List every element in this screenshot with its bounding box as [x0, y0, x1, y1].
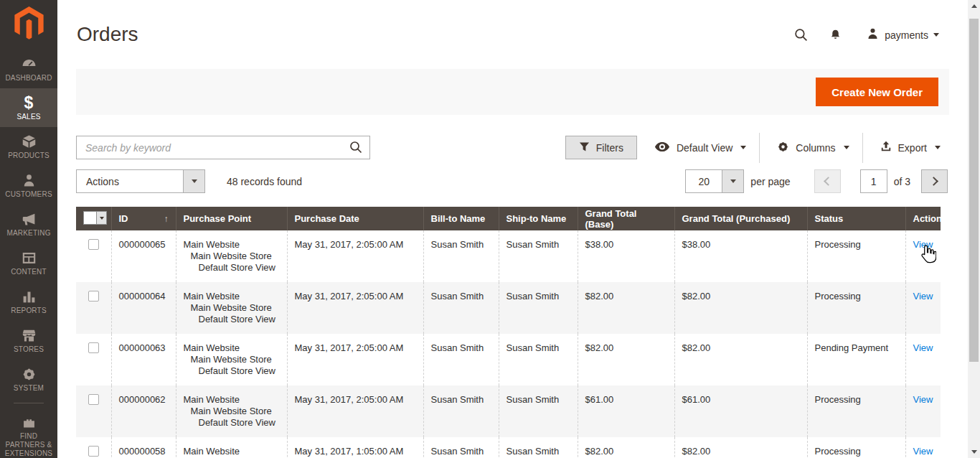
- column-header-purchase-point[interactable]: Purchase Point: [176, 207, 287, 230]
- row-checkbox[interactable]: [88, 291, 99, 302]
- search-input[interactable]: [76, 136, 370, 159]
- chevron-down-icon: [740, 146, 746, 149]
- filters-button[interactable]: Filters: [565, 136, 637, 159]
- previous-page-button[interactable]: [814, 169, 841, 193]
- column-header-id[interactable]: ID↑: [111, 207, 176, 230]
- column-header-ship-to[interactable]: Ship-to Name: [499, 207, 578, 230]
- order-row: 000000064 Main Website Main Website Stor…: [76, 282, 941, 334]
- scroll-down-button[interactable]: [968, 446, 980, 458]
- cell-purchase-point: Main Website Main Website Store Default …: [176, 334, 287, 385]
- global-search-icon[interactable]: [793, 27, 809, 42]
- cell-status: Processing: [807, 437, 905, 458]
- cell-grand-total-base: $82.00: [578, 282, 674, 334]
- view-order-link[interactable]: View: [913, 446, 933, 457]
- orders-grid: ID↑ Purchase Point Purchase Date Bill-to…: [76, 207, 941, 458]
- triangle-down-icon: [971, 450, 977, 454]
- cell-order-id: 000000064: [111, 282, 176, 334]
- columns-selector[interactable]: Columns: [777, 141, 849, 155]
- view-selector[interactable]: Default View: [654, 141, 746, 154]
- customers-person-icon: [1, 172, 56, 188]
- current-page-input[interactable]: [860, 169, 887, 193]
- page-title: Orders: [77, 23, 138, 46]
- order-row: 000000062 Main Website Main Website Stor…: [76, 385, 941, 437]
- chevron-down-icon: [96, 212, 106, 224]
- create-new-order-button[interactable]: Create New Order: [816, 78, 938, 106]
- toolbar-divider: [862, 133, 863, 163]
- cell-purchase-date: May 31, 2017, 2:05:00 AM: [287, 230, 423, 282]
- toolbar-divider: [759, 133, 760, 163]
- select-all-dropdown[interactable]: [76, 207, 111, 230]
- row-checkbox[interactable]: [88, 342, 99, 353]
- next-page-button[interactable]: [921, 169, 948, 193]
- page-header: Orders payments: [57, 0, 968, 69]
- view-order-link[interactable]: View: [913, 291, 933, 302]
- sidebar-item-stores[interactable]: STORES: [0, 321, 57, 360]
- sidebar-item-marketing[interactable]: MARKETING: [0, 205, 57, 243]
- cell-purchase-point: Main Website Main Website Store Default …: [176, 437, 287, 458]
- sidebar-item-customers[interactable]: CUSTOMERS: [0, 166, 57, 205]
- column-header-status[interactable]: Status: [807, 207, 905, 230]
- user-avatar-icon: [867, 27, 879, 42]
- chevron-down-icon: [933, 33, 939, 37]
- scroll-up-button[interactable]: [968, 0, 980, 12]
- column-header-bill-to[interactable]: Bill-to Name: [423, 207, 499, 230]
- content-layout-icon: [1, 250, 56, 266]
- records-found-label: 48 records found: [227, 176, 302, 187]
- grid-header-row: ID↑ Purchase Point Purchase Date Bill-to…: [76, 207, 941, 230]
- cell-bill-to: Susan Smith: [423, 334, 499, 385]
- filter-funnel-icon: [579, 141, 590, 154]
- magento-logo[interactable]: [0, 0, 57, 50]
- sidebar-menu: DASHBOARD $ SALES PRODUCTS CUSTOMERS: [0, 50, 57, 458]
- scrollbar-thumb[interactable]: [969, 19, 979, 362]
- view-order-link[interactable]: View: [913, 239, 933, 250]
- chevron-down-icon: [844, 146, 849, 149]
- cell-grand-total-base: $38.00: [578, 230, 674, 282]
- row-checkbox[interactable]: [88, 239, 99, 250]
- export-control[interactable]: Export: [880, 141, 941, 154]
- stores-shop-icon: [1, 327, 56, 343]
- sidebar-item-find-partners[interactable]: FIND PARTNERS & EXTENSIONS: [0, 408, 57, 458]
- system-gear-icon: [1, 366, 56, 382]
- sidebar-item-content[interactable]: CONTENT: [0, 243, 57, 282]
- cell-ship-to: Susan Smith: [499, 230, 578, 282]
- dashboard-gauge-icon: [1, 56, 56, 72]
- notifications-bell-icon[interactable]: [829, 28, 842, 42]
- row-checkbox[interactable]: [88, 446, 99, 457]
- page-actions-bar: Create New Order: [76, 69, 949, 115]
- admin-orders-screen: DASHBOARD $ SALES PRODUCTS CUSTOMERS: [0, 0, 980, 458]
- cell-order-id: 000000065: [111, 230, 176, 282]
- sidebar-item-reports[interactable]: REPORTS: [0, 282, 57, 321]
- chevron-down-icon: [722, 170, 743, 192]
- cell-ship-to: Susan Smith: [499, 437, 578, 458]
- vertical-scrollbar[interactable]: [968, 0, 980, 458]
- per-page-select[interactable]: 20: [685, 169, 744, 193]
- row-checkbox[interactable]: [88, 394, 99, 405]
- cell-bill-to: Susan Smith: [423, 385, 499, 437]
- magento-logo-icon: [14, 6, 44, 40]
- view-order-link[interactable]: View: [913, 394, 933, 405]
- cell-status: Processing: [807, 385, 905, 437]
- cell-grand-total-base: $61.00: [578, 385, 674, 437]
- view-order-link[interactable]: View: [913, 342, 933, 353]
- cell-purchase-date: May 31, 2017, 2:05:00 AM: [287, 385, 423, 437]
- order-row: 000000063 Main Website Main Website Stor…: [76, 334, 941, 385]
- user-account-menu[interactable]: payments: [867, 27, 939, 42]
- cell-grand-total-purchased: $82.00: [674, 334, 807, 385]
- column-header-grand-total-purchased[interactable]: Grand Total (Purchased): [674, 207, 807, 230]
- sidebar-item-products[interactable]: PRODUCTS: [0, 127, 57, 166]
- cell-purchase-point: Main Website Main Website Store Default …: [176, 385, 287, 437]
- column-header-action[interactable]: Action: [905, 207, 941, 230]
- sidebar-item-dashboard[interactable]: DASHBOARD: [0, 50, 57, 88]
- column-header-purchase-date[interactable]: Purchase Date: [287, 207, 423, 230]
- mass-actions-select[interactable]: Actions: [76, 169, 205, 193]
- cell-grand-total-purchased: $61.00: [674, 385, 807, 437]
- search-submit-icon[interactable]: [349, 140, 363, 156]
- columns-gear-icon: [777, 141, 789, 155]
- cell-grand-total-purchased: $38.00: [674, 230, 807, 282]
- select-all-checkbox[interactable]: [84, 212, 96, 224]
- column-header-grand-total-base[interactable]: Grand Total (Base): [578, 207, 674, 230]
- sidebar-item-sales[interactable]: $ SALES: [0, 88, 57, 127]
- sidebar-item-system[interactable]: SYSTEM: [0, 360, 57, 398]
- chevron-left-icon: [824, 177, 833, 186]
- cell-status: Processing: [807, 282, 905, 334]
